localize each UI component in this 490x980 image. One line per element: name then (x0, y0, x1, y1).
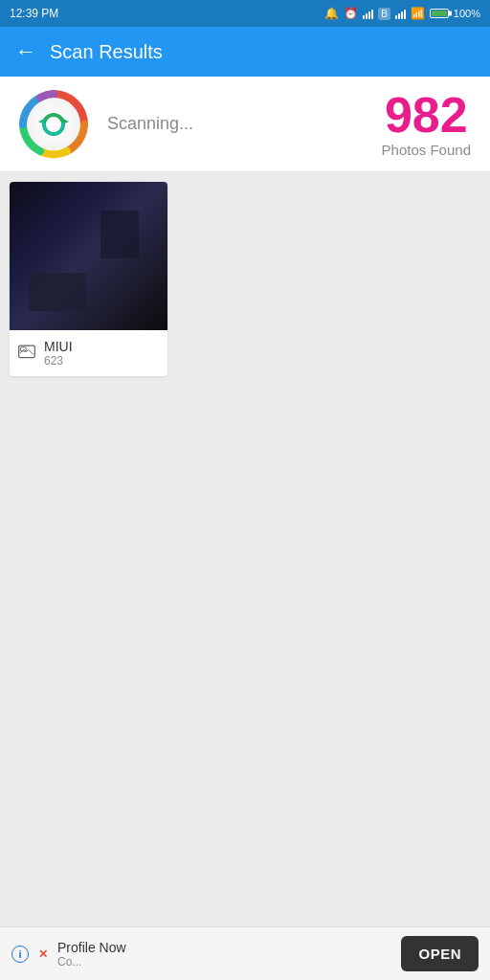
folder-count: 623 (44, 354, 73, 368)
battery-icon (430, 9, 449, 18)
folder-name: MIUI (44, 339, 73, 354)
alarm-icon: ⏰ (344, 7, 358, 20)
time-display: 12:39 PM (10, 7, 58, 20)
ad-text-block: Profile Now Co... (57, 940, 391, 969)
folder-icon (17, 342, 36, 365)
signal-icon (363, 8, 373, 19)
signal2-icon (395, 8, 406, 19)
data-icon: B (378, 8, 390, 20)
scanning-label: Scanning... (107, 114, 363, 134)
ad-banner: i ✕ Profile Now Co... OPEN (0, 926, 490, 980)
page-title: Scan Results (50, 41, 163, 63)
header: ← Scan Results (0, 27, 490, 77)
folder-details: MIUI 623 (44, 339, 73, 368)
photos-count-number: 982 (382, 90, 471, 140)
ad-title: Profile Now (57, 940, 391, 955)
photos-count-block: 982 Photos Found (382, 90, 471, 158)
open-button[interactable]: OPEN (401, 936, 479, 971)
back-button[interactable]: ← (15, 41, 36, 62)
ad-close-icon[interactable]: ✕ (38, 947, 48, 961)
ad-subtitle: Co... (57, 955, 391, 969)
photos-found-label: Photos Found (382, 142, 471, 158)
battery-percentage: 100% (454, 8, 480, 19)
status-icons: 🔔 ⏰ B 📶 100% (324, 7, 480, 20)
scan-info-panel: Scanning... 982 Photos Found (0, 77, 490, 172)
ad-info-icon: i (11, 946, 29, 963)
status-time: 12:39 PM (10, 7, 58, 20)
folder-thumbnail (10, 182, 167, 330)
folder-info: MIUI 623 (10, 330, 167, 376)
notification-icon: 🔔 (324, 7, 339, 20)
app-logo (19, 90, 88, 159)
folder-card[interactable]: MIUI 623 (10, 182, 167, 376)
content-area: MIUI 623 (0, 172, 490, 926)
status-bar: 12:39 PM 🔔 ⏰ B 📶 100% (0, 0, 490, 27)
wifi-icon: 📶 (411, 7, 425, 20)
thumbnail-image (10, 182, 167, 330)
